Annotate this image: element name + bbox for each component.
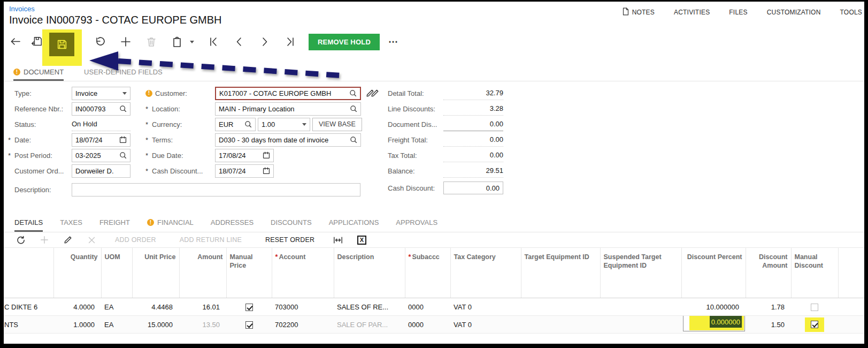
- manual-price-checkbox[interactable]: [245, 304, 253, 311]
- cell-target-equipment-id[interactable]: [521, 298, 600, 316]
- tab-document[interactable]: ! DOCUMENT: [13, 68, 64, 81]
- currency-code-field[interactable]: EUR: [215, 118, 256, 131]
- cell-discount-amount[interactable]: 1.78: [746, 298, 791, 316]
- terms-field[interactable]: D030 - 30 days from date of invoice: [215, 133, 361, 147]
- breadcrumb[interactable]: Invoices: [9, 5, 35, 13]
- cell-discount-percent-editing[interactable]: 0.000000: [681, 316, 746, 334]
- cell-manual-price[interactable]: [226, 298, 272, 316]
- cell-uom[interactable]: EA: [101, 298, 132, 316]
- insert-button[interactable]: [113, 29, 139, 54]
- customer-order-field[interactable]: Dorweiler D.: [72, 164, 130, 178]
- cell-subaccount[interactable]: 0000: [405, 316, 450, 334]
- col-header-subaccount[interactable]: *Subaccc: [405, 248, 450, 298]
- cell-tax-category[interactable]: VAT 0: [450, 316, 521, 334]
- delete-row-button[interactable]: [80, 236, 103, 244]
- col-header-tax-category[interactable]: Tax Category: [450, 248, 521, 298]
- cash-discount-input[interactable]: 0.00: [443, 181, 503, 194]
- reset-order-button[interactable]: RESET ORDER: [265, 236, 314, 244]
- customer-field[interactable]: K017007 - COTAC EUROPE GMBH: [215, 87, 361, 100]
- lookup-icon[interactable]: [350, 105, 357, 112]
- description-input[interactable]: [72, 183, 360, 196]
- cell-suspended-target-equipment-id[interactable]: [600, 316, 681, 334]
- tab-details[interactable]: DETAILS: [14, 218, 43, 232]
- cell-item[interactable]: NTS: [4, 316, 53, 334]
- back-button[interactable]: [5, 29, 26, 54]
- notes-menu-item[interactable]: NOTES: [622, 7, 655, 17]
- document-discounts-value[interactable]: 0.00: [443, 118, 503, 131]
- more-actions-button[interactable]: ⋯: [388, 36, 399, 48]
- lookup-icon[interactable]: [119, 105, 127, 112]
- tab-addresses[interactable]: ADDRESSES: [211, 218, 254, 232]
- clipboard-dropdown[interactable]: [190, 41, 201, 43]
- customization-menu-item[interactable]: CUSTOMIZATION: [767, 9, 821, 16]
- col-header-manual-price[interactable]: Manual Price: [226, 248, 272, 298]
- tab-approvals[interactable]: APPROVALS: [396, 218, 437, 232]
- edit-totals-icon[interactable]: [371, 86, 379, 100]
- cell-manual-price[interactable]: [226, 316, 272, 334]
- date-field[interactable]: 18/07/24: [72, 133, 130, 147]
- cell-discount-percent[interactable]: 10.000000: [681, 298, 746, 316]
- cell-suspended-target-equipment-id[interactable]: [600, 298, 681, 316]
- col-header-amount[interactable]: Amount: [179, 248, 226, 298]
- delete-button[interactable]: [139, 29, 164, 54]
- tab-applications[interactable]: APPLICATIONS: [329, 218, 379, 232]
- col-header-uom[interactable]: UOM: [101, 248, 132, 298]
- cell-quantity[interactable]: 1.0000: [53, 316, 101, 334]
- cell-quantity[interactable]: 4.0000: [53, 298, 101, 316]
- tab-freight[interactable]: FREIGHT: [99, 218, 130, 232]
- export-excel-button[interactable]: X: [350, 236, 373, 245]
- lookup-icon[interactable]: [349, 89, 357, 97]
- calendar-icon[interactable]: [263, 167, 270, 175]
- cell-subaccount[interactable]: 0000: [405, 298, 450, 316]
- col-header-discount-percent[interactable]: Discount Percent: [681, 248, 746, 298]
- cell-tax-category[interactable]: VAT 0: [450, 298, 521, 316]
- tools-menu-item[interactable]: TOOLS: [840, 9, 862, 16]
- cell-item[interactable]: C DIKTE 6: [4, 298, 53, 316]
- files-menu-item[interactable]: FILES: [729, 9, 747, 16]
- refresh-button[interactable]: [9, 236, 33, 245]
- table-row[interactable]: NTS 1.0000 EA 15.0000 13.50 702200 SALE …: [4, 316, 864, 334]
- col-header-item[interactable]: [4, 248, 53, 298]
- activities-menu-item[interactable]: ACTIVITIES: [674, 9, 710, 16]
- tab-financial[interactable]: !FINANCIAL: [147, 218, 194, 232]
- cell-uom[interactable]: EA: [101, 316, 132, 334]
- remove-hold-button[interactable]: REMOVE HOLD: [309, 34, 380, 50]
- tab-discounts[interactable]: DISCOUNTS: [271, 218, 312, 232]
- cell-unit-price[interactable]: 15.0000: [132, 316, 179, 334]
- cell-amount[interactable]: 16.01: [179, 298, 226, 316]
- table-row[interactable]: C DIKTE 6 4.0000 EA 4.4468 16.01 703000 …: [4, 298, 864, 316]
- col-header-account[interactable]: *Account: [272, 248, 334, 298]
- tab-taxes[interactable]: TAXES: [60, 218, 82, 232]
- tab-user-defined-fields[interactable]: USER-DEFINED FIELDS: [84, 68, 163, 81]
- col-header-unit-price[interactable]: Unit Price: [132, 248, 179, 298]
- lookup-icon[interactable]: [244, 120, 252, 128]
- col-header-description[interactable]: Description: [334, 248, 405, 298]
- calendar-icon[interactable]: [263, 152, 270, 159]
- view-base-button[interactable]: VIEW BASE: [312, 118, 362, 131]
- cell-unit-price[interactable]: 4.4468: [132, 298, 179, 316]
- manual-discount-checkbox[interactable]: [811, 321, 818, 328]
- lookup-icon[interactable]: [119, 152, 127, 159]
- col-header-quantity[interactable]: Quantity: [53, 248, 101, 298]
- add-row-button[interactable]: [33, 236, 56, 244]
- first-record-button[interactable]: [201, 29, 226, 54]
- cell-manual-discount[interactable]: [791, 316, 838, 334]
- manual-price-checkbox[interactable]: [245, 321, 253, 329]
- col-header-target-equipment-id[interactable]: Target Equipment ID: [521, 248, 600, 298]
- previous-record-button[interactable]: [226, 29, 252, 54]
- cell-description[interactable]: SALE OF PAR...: [334, 316, 405, 334]
- post-period-field[interactable]: 03-2025: [72, 149, 130, 162]
- reference-nbr-field[interactable]: IN000793: [72, 102, 130, 116]
- cell-manual-discount[interactable]: [791, 298, 838, 316]
- due-date-field[interactable]: 17/08/24: [215, 149, 274, 162]
- clipboard-button[interactable]: [164, 29, 190, 54]
- cell-discount-amount[interactable]: 1.50: [746, 316, 791, 334]
- col-header-manual-discount[interactable]: Manual Discount: [791, 248, 838, 298]
- manual-discount-checkbox[interactable]: [811, 304, 818, 311]
- cash-discount-date-field[interactable]: 18/07/24: [215, 164, 274, 178]
- cancel-undo-button[interactable]: [87, 29, 113, 54]
- save-button[interactable]: [49, 33, 74, 56]
- type-select[interactable]: Invoice: [72, 87, 130, 100]
- location-field[interactable]: MAIN - Primary Location: [215, 102, 361, 116]
- cell-target-equipment-id[interactable]: [521, 316, 600, 334]
